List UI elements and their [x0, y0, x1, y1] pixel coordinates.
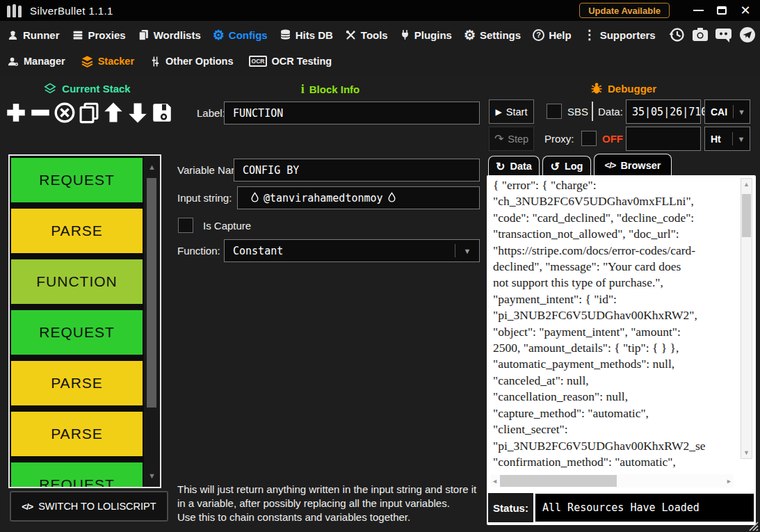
info-icon: i	[301, 82, 305, 97]
proxy-checkbox[interactable]	[581, 131, 597, 146]
block-info-panel: i Block Info Label: FUNCTION Variable Na…	[174, 74, 487, 532]
switch-to-loliscript-button[interactable]: </> SWITCH TO LOLISCRIPT	[10, 491, 168, 522]
stack-scrollbar[interactable]: ▲ ▼	[144, 156, 160, 487]
add-block-button[interactable]	[4, 97, 28, 128]
input-string-input[interactable]: @tanvirahamedtonmoy	[237, 186, 480, 209]
ocr-icon: OCR	[249, 56, 268, 67]
is-capture-label: Is Capture	[203, 220, 251, 232]
maximize-button[interactable]	[710, 0, 734, 21]
scrollbar-thumb[interactable]	[742, 194, 751, 237]
menu-item-help[interactable]: ? Help	[533, 29, 572, 41]
move-up-button[interactable]	[102, 97, 125, 128]
status-row: Status: All Resources Have Loaded	[488, 493, 754, 522]
stack-block-request[interactable]: REQUEST	[10, 157, 143, 203]
scroll-down-icon[interactable]: ▼	[144, 471, 160, 480]
save-stack-button[interactable]	[150, 97, 174, 128]
tab-log[interactable]: ↺ Log	[542, 156, 591, 176]
history-button[interactable]	[668, 26, 686, 44]
stack-block-request[interactable]: REQUEST	[10, 309, 143, 355]
scroll-down-icon[interactable]: ▼	[741, 449, 752, 456]
label-input[interactable]: FUNCTION	[224, 102, 480, 124]
telegram-icon	[739, 26, 756, 43]
code-icon: </>	[22, 501, 33, 512]
status-label: Status:	[488, 493, 533, 522]
proxy-type-dropdown[interactable]: Ht ▼	[704, 127, 750, 151]
submenu-item-other-options[interactable]: Other Options	[149, 56, 233, 67]
submenu-item-manager[interactable]: Manager	[7, 56, 65, 67]
stack-block-parse[interactable]: PARSE	[10, 411, 143, 457]
scroll-right-icon[interactable]: ►	[726, 474, 732, 487]
debug-data-input[interactable]: 35|05|26|710	[626, 99, 701, 124]
update-available-button[interactable]: Update Available	[579, 3, 670, 18]
move-down-button[interactable]	[126, 97, 149, 128]
debugger-panel: Debugger ▶ Start SBS Data: 35|05|26|710 …	[487, 74, 760, 532]
variable-name-input[interactable]: CONFIG BY	[234, 159, 480, 182]
stack-block-parse[interactable]: PARSE	[10, 360, 143, 406]
scroll-left-icon[interactable]: ◄	[492, 474, 498, 487]
stack-block-request[interactable]: REQUEST	[10, 462, 143, 488]
scrollbar-thumb[interactable]	[147, 178, 156, 408]
play-icon: ▶	[496, 107, 502, 117]
browser-vertical-scrollbar[interactable]: ▲ ▼	[741, 178, 752, 459]
history-icon	[668, 26, 685, 43]
block-info-header: i Block Info	[174, 82, 487, 97]
tab-browser[interactable]: </> Browser	[594, 154, 672, 176]
maximize-icon	[717, 6, 727, 15]
stack-block-parse[interactable]: PARSE	[10, 208, 143, 254]
input-string-caption: Input string:	[177, 192, 232, 204]
function-caption: Function:	[177, 245, 220, 257]
scroll-up-icon[interactable]: ▲	[741, 181, 752, 188]
step-button[interactable]: ↷ Step	[489, 127, 534, 151]
runner-icon	[7, 29, 19, 41]
data-type-dropdown[interactable]: CAI ▼	[704, 99, 750, 124]
screenshot-button[interactable]	[691, 26, 709, 44]
menu-item-settings[interactable]: ⚙ Settings	[464, 29, 521, 41]
remove-block-button[interactable]	[29, 97, 52, 128]
menu-item-tools[interactable]: Tools	[345, 29, 388, 41]
quick-action-icons	[668, 26, 757, 44]
menu-item-wordlists[interactable]: Wordlists	[138, 29, 201, 41]
stacker-icon	[81, 55, 94, 67]
resize-grip-icon[interactable]	[747, 522, 759, 531]
proxy-input[interactable]	[626, 127, 701, 151]
scrollbar-thumb[interactable]	[500, 475, 617, 487]
database-icon	[280, 29, 291, 41]
function-description: This will just return anything written i…	[177, 483, 485, 524]
menu-item-plugins[interactable]: Plugins	[400, 29, 452, 41]
minimize-button[interactable]	[686, 0, 710, 21]
is-capture-checkbox[interactable]	[178, 218, 193, 233]
menu-item-runner[interactable]: Runner	[7, 29, 60, 41]
data-label: Data:	[598, 106, 623, 118]
proxy-state-badge: OFF	[602, 133, 623, 145]
sbs-checkbox[interactable]	[547, 104, 562, 119]
arrow-up-icon	[102, 101, 125, 124]
clear-stack-button[interactable]	[53, 97, 76, 128]
discord-icon	[715, 27, 732, 43]
label-caption: Label:	[197, 107, 225, 119]
scroll-up-icon[interactable]: ▲	[144, 163, 160, 171]
history-icon: ↺	[551, 160, 560, 173]
menu-item-supporters[interactable]: ⋮ Supporters	[583, 29, 656, 41]
start-button[interactable]: ▶ Start	[489, 99, 534, 124]
close-button[interactable]: ✕	[734, 0, 757, 21]
stack-toolbar	[4, 97, 174, 128]
telegram-button[interactable]	[738, 26, 757, 44]
menu-item-proxies[interactable]: Proxies	[72, 29, 126, 41]
duplicate-block-button[interactable]	[77, 97, 101, 128]
sliders-icon	[149, 56, 161, 67]
submenu-item-stacker[interactable]: Stacker	[81, 55, 134, 67]
menu-item-hits-db[interactable]: Hits DB	[280, 29, 333, 41]
discord-button[interactable]	[715, 26, 733, 44]
browser-horizontal-scrollbar[interactable]: ◄ ►	[490, 474, 734, 487]
stack-panel: Current Stack REQUEST PARSE FUNCTION R	[0, 74, 174, 532]
chevron-down-icon: ▼	[734, 108, 750, 116]
submenu-item-ocr-testing[interactable]: OCR OCR Testing	[249, 56, 332, 67]
menu-item-configs[interactable]: ⚙ Configs	[213, 29, 268, 41]
manager-icon	[7, 56, 19, 67]
tab-data[interactable]: ↻ Data	[488, 156, 540, 176]
divider	[592, 102, 593, 121]
function-dropdown[interactable]: Constant ▼	[224, 239, 480, 262]
tools-icon	[345, 29, 357, 41]
title-bar: SilverBullet 1.1.1 Update Available ✕	[0, 0, 760, 21]
stack-block-function-selected[interactable]: FUNCTION	[10, 259, 143, 305]
